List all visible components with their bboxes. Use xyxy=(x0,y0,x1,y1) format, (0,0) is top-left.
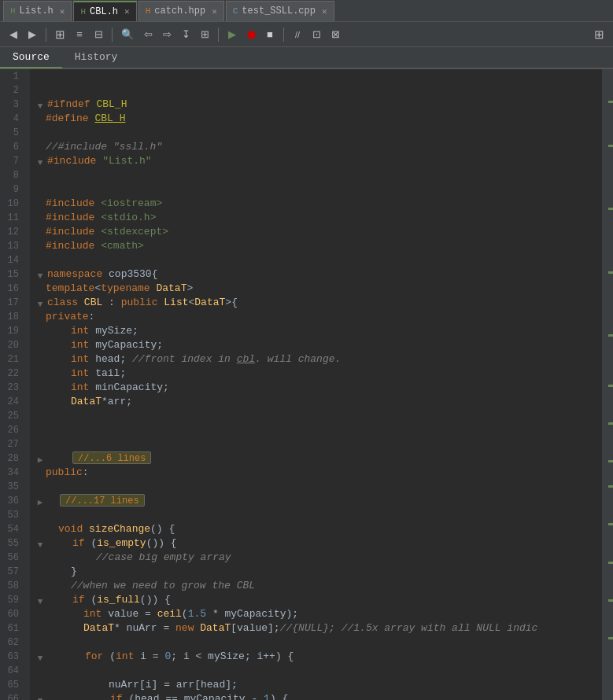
fold-55[interactable]: ▼ xyxy=(35,538,46,549)
code-line-63: ▼ for (int i = 0; i < mySize; i++) { xyxy=(35,650,602,664)
tab-catch-hpp[interactable]: H catch.hpp ✕ xyxy=(138,1,224,21)
code-line-55: ▼ if (is_empty()) { xyxy=(35,536,602,551)
toolbar-btn-back[interactable]: ◀ xyxy=(5,26,22,43)
fold-66[interactable]: ▼ xyxy=(35,694,46,700)
code-line-66: ▼ if (head == myCapacity - 1) { xyxy=(35,692,602,700)
code-line-18: private: xyxy=(35,310,602,324)
folded-36[interactable]: //...17 lines xyxy=(60,494,145,507)
scroll-mark-10 xyxy=(608,523,613,525)
code-line-19: int mySize; xyxy=(35,324,602,338)
tab-bar: H List.h ✕ H CBL.h ✕ H catch.hpp ✕ C tes… xyxy=(0,0,613,22)
tab-catch-hpp-close[interactable]: ✕ xyxy=(212,6,217,17)
tab-cbl-h-close[interactable]: ✕ xyxy=(124,6,130,17)
scroll-mark-12 xyxy=(608,599,613,602)
ln-12: 12 xyxy=(0,225,24,239)
ln-61: 61 xyxy=(0,621,24,636)
ln-13: 13 xyxy=(0,239,24,253)
toolbar-btn-1[interactable]: ⊞ xyxy=(51,26,69,43)
code-line-24: DataT*arr; xyxy=(35,395,602,409)
ln-62: 62 xyxy=(0,636,24,650)
ln-17: 17 xyxy=(0,296,24,310)
scroll-mark-11 xyxy=(608,562,613,564)
toolbar-btn-7[interactable]: ⊞ xyxy=(196,26,213,43)
code-line-10: #include <iostream> xyxy=(35,197,602,211)
code-line-1 xyxy=(35,69,602,83)
folded-28[interactable]: //...6 lines xyxy=(72,451,151,464)
scroll-mark-7 xyxy=(608,422,613,425)
code-line-14 xyxy=(35,253,602,267)
toolbar-btn-9[interactable]: ⊠ xyxy=(327,26,344,43)
tab-source[interactable]: Source xyxy=(0,46,62,68)
fold-59[interactable]: ▼ xyxy=(35,595,46,606)
ln-66: 66 xyxy=(0,692,24,700)
ln-63: 63 xyxy=(0,650,24,664)
tab-test-ssll-close[interactable]: ✕ xyxy=(322,6,327,17)
ln-36: 36 xyxy=(0,494,24,508)
code-line-57: } xyxy=(35,565,602,579)
code-line-35 xyxy=(35,480,602,494)
ln-65: 65 xyxy=(0,678,24,692)
toolbar-btn-forward[interactable]: ▶ xyxy=(24,26,41,43)
toolbar-btn-run[interactable]: ▶ xyxy=(223,26,241,43)
scroll-mark-2 xyxy=(608,145,613,147)
toolbar-btn-6[interactable]: ↧ xyxy=(177,26,194,43)
code-line-16: template<typename DataT> xyxy=(35,282,602,296)
ln-20: 20 xyxy=(0,338,24,352)
toolbar-btn-search[interactable]: 🔍 xyxy=(117,26,138,43)
code-line-15: ▼ namespace cop3530{ xyxy=(35,267,602,282)
fold-15[interactable]: ▼ xyxy=(35,269,46,280)
code-line-8 xyxy=(35,168,602,182)
scroll-mark-4 xyxy=(608,271,613,274)
toolbar-btn-corner[interactable]: ⊞ xyxy=(590,26,608,43)
code-line-28: ▶ //...6 lines xyxy=(35,451,602,466)
toolbar-btn-8[interactable]: ⊡ xyxy=(308,26,325,43)
fold-36[interactable]: ▶ xyxy=(35,496,46,507)
scroll-mark-9 xyxy=(608,485,613,488)
tab-history[interactable]: History xyxy=(62,46,131,68)
fold-17[interactable]: ▼ xyxy=(35,297,46,308)
tab-cbl-h[interactable]: H CBL.h ✕ xyxy=(73,1,136,21)
toolbar-btn-stop[interactable]: ■ xyxy=(261,26,279,43)
line-numbers: 1 2 3 4 5 6 7 8 9 10 11 12 13 14 15 16 1… xyxy=(0,69,30,700)
toolbar-btn-3[interactable]: ⊟ xyxy=(90,26,107,43)
code-line-60: int value = ceil(1.5 * myCapacity); xyxy=(35,607,602,621)
code-line-17: ▼ class CBL : public List<DataT>{ xyxy=(35,296,602,310)
code-line-20: int myCapacity; xyxy=(35,338,602,352)
toolbar-btn-2[interactable]: ≡ xyxy=(71,26,88,43)
code-line-65: nuArr[i] = arr[head]; xyxy=(35,678,602,692)
fold-63[interactable]: ▼ xyxy=(35,651,46,662)
scroll-mark-8 xyxy=(608,460,613,462)
ln-23: 23 xyxy=(0,381,24,395)
code-line-6: //#include "ssll.h" xyxy=(35,140,602,154)
ln-57: 57 xyxy=(0,565,24,579)
scroll-mark-13 xyxy=(608,637,613,639)
ln-59: 59 xyxy=(0,593,24,607)
toolbar-btn-comment[interactable]: // xyxy=(289,26,306,43)
code-line-4: #define CBL_H xyxy=(35,112,602,126)
fold-7[interactable]: ▼ xyxy=(35,156,46,167)
ln-22: 22 xyxy=(0,367,24,381)
code-line-5 xyxy=(35,126,602,140)
fold-28[interactable]: ▶ xyxy=(35,453,46,464)
tab-list-h-close[interactable]: ✕ xyxy=(60,6,65,17)
tab-test-ssll-label: test_SSLL.cpp xyxy=(242,6,316,17)
code-line-61: DataT* nuArr = new DataT[value];//{NULL}… xyxy=(35,621,602,636)
scrollbar[interactable] xyxy=(602,69,613,700)
code-line-23: int minCapacity; xyxy=(35,381,602,395)
code-line-11: #include <stdio.h> xyxy=(35,211,602,225)
toolbar-btn-4[interactable]: ⇦ xyxy=(139,26,157,43)
scrollbar-marks xyxy=(608,69,613,700)
toolbar-sep-2 xyxy=(112,28,113,42)
code-content: ▼ #ifndef CBL_H #define CBL_H //#include… xyxy=(30,69,602,700)
code-line-36: ▶ //...17 lines xyxy=(35,494,602,508)
toolbar-btn-record[interactable]: ⬤ xyxy=(242,26,260,43)
tab-list-h[interactable]: H List.h ✕ xyxy=(3,1,72,21)
fold-3[interactable]: ▼ xyxy=(35,99,46,110)
ln-1: 1 xyxy=(0,69,24,83)
toolbar-btn-5[interactable]: ⇨ xyxy=(158,26,175,43)
code-line-7: ▼ #include "List.h" xyxy=(35,154,602,168)
scroll-mark-3 xyxy=(608,208,613,210)
tab-test-ssll[interactable]: C test_SSLL.cpp ✕ xyxy=(226,1,334,21)
ln-24: 24 xyxy=(0,395,24,409)
ln-6: 6 xyxy=(0,140,24,154)
